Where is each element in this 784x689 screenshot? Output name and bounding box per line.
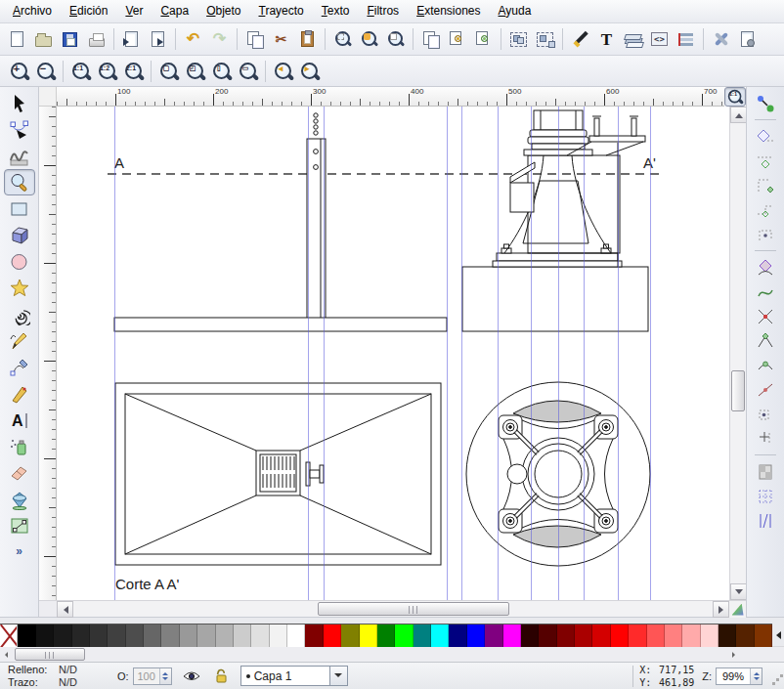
snap-guides-button[interactable] [752, 508, 779, 533]
color-management-toggle[interactable] [729, 601, 746, 618]
vertical-ruler[interactable] [39, 107, 57, 600]
group-button[interactable] [505, 26, 532, 53]
guide-line[interactable] [447, 107, 448, 600]
palette-swatch[interactable] [144, 624, 161, 647]
fill-stroke-indicator[interactable]: Relleno: N/D Trazo: N/D [8, 664, 92, 689]
zoom-in-button[interactable]: + [6, 58, 32, 84]
palette-swatch[interactable] [521, 624, 539, 647]
undo-button[interactable]: ↶ [180, 26, 206, 53]
drawing-viewport[interactable]: A A' Corte A A' [57, 107, 729, 600]
zoom-selection-button[interactable]: ▢ [155, 58, 182, 84]
zoom-to-drawing-button[interactable] [356, 26, 382, 53]
tool-tweak[interactable] [4, 143, 35, 169]
palette-swatch[interactable] [557, 624, 575, 647]
zoom-to-selection-button[interactable] [329, 26, 356, 53]
palette-swatch[interactable] [161, 624, 179, 647]
zoom-1-2-button[interactable]: 1:2 [94, 58, 120, 84]
zoom-spinner[interactable] [750, 668, 762, 684]
fill-stroke-dialog-button[interactable] [567, 26, 593, 53]
palette-swatch[interactable] [360, 624, 377, 647]
document-properties-button[interactable] [734, 26, 761, 53]
tool-text[interactable]: A [4, 407, 35, 433]
palette-swatch[interactable] [305, 624, 323, 647]
snap-segment-midpoints-button[interactable] [752, 377, 779, 402]
align-distribute-button[interactable] [673, 26, 699, 53]
menu-trayecto[interactable]: Trayecto [250, 0, 313, 22]
palette-scrollbar-thumb[interactable] [15, 648, 85, 661]
palette-swatch[interactable] [251, 624, 269, 647]
zoom-next-button[interactable]: ▸ [296, 58, 323, 84]
tool-gradient[interactable] [4, 512, 35, 538]
tool-rectangle[interactable] [4, 195, 35, 222]
menu-texto[interactable]: Texto [313, 0, 359, 22]
palette-swatch[interactable] [647, 624, 665, 647]
toolbox-overflow-button[interactable]: » [16, 544, 22, 558]
palette-swatch[interactable] [665, 624, 682, 647]
snap-path-intersections-button[interactable] [752, 304, 779, 328]
palette-swatch[interactable] [539, 624, 556, 647]
unlink-clone-button[interactable] [470, 26, 497, 53]
open-document-button[interactable] [30, 26, 57, 53]
palette-swatch[interactable] [736, 624, 754, 647]
horizontal-scroll-track[interactable] [73, 601, 713, 617]
tool-ellipse[interactable] [4, 248, 35, 275]
snap-object-centers-button[interactable] [752, 402, 779, 426]
tool-bezier-pen[interactable] [4, 354, 35, 380]
ungroup-button[interactable] [532, 26, 558, 53]
zoom-previous-button[interactable]: ◂ [270, 58, 296, 84]
snap-to-paths-button[interactable] [752, 280, 779, 304]
zoom-1-1-button[interactable]: 1:1 [67, 58, 94, 84]
snap-grid-button[interactable] [752, 484, 779, 508]
palette-scrollbar-track[interactable] [85, 648, 727, 661]
zoom-page-button[interactable]: ▯ [208, 58, 235, 84]
snap-rotation-centers-button[interactable] [752, 426, 779, 451]
create-clone-button[interactable] [444, 26, 470, 53]
guide-line[interactable] [308, 107, 309, 600]
opacity-spinner[interactable] [159, 668, 171, 684]
snap-bounding-box-button[interactable] [752, 124, 779, 149]
menu-ayuda[interactable]: Ayuda [490, 0, 541, 22]
guide-line[interactable] [114, 107, 115, 600]
palette-swatch[interactable] [197, 624, 215, 647]
guide-line[interactable] [498, 107, 499, 600]
menu-extensiones[interactable]: Extensiones [408, 0, 489, 22]
layer-selector[interactable]: Capa 1 [240, 666, 330, 686]
zoom-spinbox[interactable]: 99% [716, 667, 762, 685]
palette-swatch[interactable] [18, 624, 35, 647]
new-document-button[interactable] [4, 26, 30, 53]
menu-edicion[interactable]: Edición [61, 0, 116, 22]
guide-line[interactable] [618, 107, 619, 600]
scroll-down-button[interactable] [730, 583, 747, 600]
tool-zoom[interactable] [4, 169, 35, 195]
enable-snapping-button[interactable] [752, 91, 779, 115]
palette-swatch[interactable] [180, 624, 197, 647]
zoom-to-page-button[interactable] [382, 26, 409, 53]
palette-scroll-left-button[interactable] [772, 624, 784, 646]
text-dialog-button[interactable]: T [593, 26, 620, 53]
guide-line[interactable] [324, 107, 325, 600]
palette-swatch[interactable] [682, 624, 700, 647]
layer-selector-dropdown[interactable] [330, 666, 348, 686]
menu-ver[interactable]: Ver [116, 0, 152, 22]
menu-capa[interactable]: Capa [152, 0, 197, 22]
export-button[interactable] [145, 26, 171, 53]
tool-calligraphy[interactable] [4, 380, 35, 407]
snap-cusp-nodes-button[interactable] [752, 328, 779, 353]
palette-swatch[interactable] [431, 624, 449, 647]
snap-page-border-button[interactable] [752, 459, 779, 484]
save-document-button[interactable] [57, 26, 83, 53]
opacity-spinbox[interactable]: 100 [133, 667, 172, 685]
sticky-zoom-toggle[interactable]: 1:1 [724, 87, 746, 107]
guide-line[interactable] [461, 107, 462, 600]
palette-swatch[interactable] [270, 624, 287, 647]
tool-eraser[interactable] [4, 459, 35, 486]
palette-scrollbar-right[interactable] [727, 648, 740, 662]
zoom-page-width-button[interactable]: ▭ [235, 58, 261, 84]
palette-swatch[interactable] [755, 624, 772, 647]
palette-swatch[interactable] [216, 624, 234, 647]
paste-button[interactable] [294, 26, 321, 53]
zoom-2-1-button[interactable]: 2:1 [120, 58, 147, 84]
palette-swatch[interactable] [72, 624, 90, 647]
guide-line[interactable] [558, 107, 559, 600]
layer-lock-toggle[interactable] [211, 667, 231, 685]
